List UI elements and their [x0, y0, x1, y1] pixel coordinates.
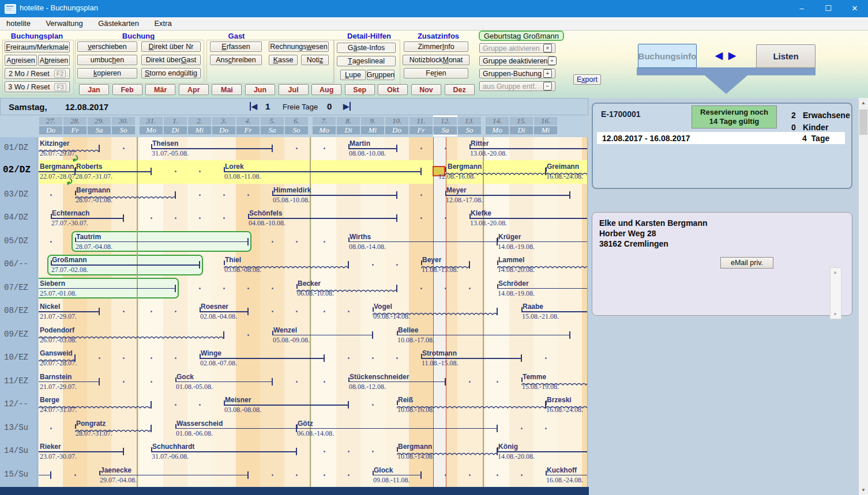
day-weekday-cell[interactable]: Sa: [434, 126, 457, 134]
scrollbar-thumb[interactable]: [859, 109, 867, 135]
room-label[interactable]: 05/DZ: [4, 236, 28, 245]
abreisen-button[interactable]: Abreisen: [38, 55, 70, 66]
booking-guest-name[interactable]: Götz: [298, 420, 313, 428]
anschreiben-button[interactable]: Anschreiben: [210, 55, 262, 65]
day-number-cell[interactable]: 5.: [261, 117, 284, 125]
day-weekday-cell[interactable]: Fr: [63, 126, 87, 134]
room-label[interactable]: 11/EZ: [4, 376, 28, 386]
freiraum-merkmale-button[interactable]: Freiraum/Merkmale: [5, 41, 70, 52]
room-label[interactable]: 03/DZ: [4, 190, 28, 199]
arrow-left-icon[interactable]: ◀: [715, 50, 723, 62]
storno-button[interactable]: Storno endgültig: [141, 68, 201, 78]
erfassen-button[interactable]: Erfassen: [210, 41, 262, 52]
room-label[interactable]: 12/--: [4, 399, 28, 409]
gruppe-deaktivieren-button[interactable]: Gruppe deaktivieren ÷: [479, 56, 555, 66]
booking-guest-name[interactable]: Wenzel: [273, 326, 297, 334]
umbuchen-button[interactable]: umbuchen: [77, 55, 137, 65]
day-weekday-cell[interactable]: Di: [510, 126, 533, 134]
booking-guest-name[interactable]: Bergmann: [448, 163, 482, 171]
zimmer-info-button[interactable]: Zimmer Info: [404, 41, 468, 52]
email-priv-button[interactable]: eMail priv.: [720, 257, 773, 269]
reset-2mo-button[interactable]: 2 Mo / Reset F2: [5, 68, 70, 79]
kasse-button[interactable]: Kasse: [269, 55, 298, 65]
booking-guest-name[interactable]: Schuchhardt: [152, 443, 194, 451]
lupe-button[interactable]: Lupe: [340, 70, 366, 80]
booking-guest-name[interactable]: Barnstein: [40, 373, 72, 381]
arrow-right-icon[interactable]: ▶: [728, 50, 736, 62]
booking-guest-name[interactable]: Lorek: [225, 163, 244, 171]
month-button-mär[interactable]: Mär: [145, 84, 175, 95]
day-number-cell[interactable]: 6.: [285, 117, 308, 125]
day-weekday-cell[interactable]: So: [112, 126, 135, 134]
day-number-cell[interactable]: 16.: [534, 117, 557, 125]
month-button-mai[interactable]: Mai: [212, 84, 242, 95]
room-label[interactable]: 06/--: [4, 259, 28, 269]
scroll-up-icon[interactable]: ▲: [831, 270, 840, 275]
booking-guest-name[interactable]: Wasserscheid: [176, 420, 223, 428]
booking-guest-name[interactable]: Gansweid: [40, 349, 73, 357]
booking-guest-name[interactable]: Strotmann: [422, 349, 457, 357]
room-label[interactable]: 04/DZ: [4, 213, 28, 222]
day-number-cell[interactable]: 1.: [164, 117, 187, 125]
day-weekday-cell[interactable]: Sa: [261, 126, 284, 134]
day-weekday-cell[interactable]: Do: [385, 126, 408, 134]
day-number-cell[interactable]: 7.: [313, 117, 336, 125]
menu-extra[interactable]: Extra: [148, 17, 178, 28]
month-button-aug[interactable]: Aug: [311, 84, 341, 95]
main-vertical-scrollbar[interactable]: ▲ ▼: [859, 98, 868, 495]
month-button-okt[interactable]: Okt: [378, 84, 408, 95]
booking-guest-name[interactable]: Wirths: [350, 233, 371, 241]
booking-guest-name[interactable]: Berge: [40, 396, 59, 404]
room-label[interactable]: 09/EZ: [4, 330, 28, 339]
day-number-cell[interactable]: 31.: [140, 117, 163, 125]
listen-button[interactable]: Listen: [756, 44, 816, 68]
aus-gruppe-entf-button[interactable]: aus Gruppe entf. −: [479, 81, 555, 91]
month-button-feb[interactable]: Feb: [112, 84, 142, 95]
kopieren-button[interactable]: kopieren: [77, 68, 137, 78]
booking-guest-name[interactable]: Siebern: [40, 279, 65, 288]
bottom-scrollbar[interactable]: [0, 487, 589, 495]
menu-hotelite[interactable]: hotelite: [0, 17, 37, 28]
gruppe-aktivieren-button[interactable]: Gruppe aktivieren ×: [479, 43, 555, 53]
booking-guest-name[interactable]: Krüger: [498, 233, 521, 241]
day-weekday-cell[interactable]: So: [458, 126, 481, 134]
day-number-cell[interactable]: 29.: [88, 117, 111, 125]
month-button-dez[interactable]: Dez: [445, 84, 475, 95]
room-label[interactable]: 02/DZ: [3, 165, 31, 175]
notiz-button[interactable]: Notiz: [301, 55, 329, 65]
scroll-down-icon[interactable]: ▼: [831, 312, 840, 317]
booking-guest-name[interactable]: Bergmann: [76, 186, 110, 194]
booking-guest-name[interactable]: König: [498, 443, 518, 451]
buchungsinfo-button[interactable]: Buchungsinfo: [638, 44, 697, 68]
booking-guest-name[interactable]: Rieker: [40, 443, 61, 451]
month-button-jan[interactable]: Jan: [79, 84, 109, 95]
room-label[interactable]: 14/Su: [4, 446, 28, 455]
booking-guest-name[interactable]: Schönfels: [249, 209, 282, 217]
day-number-cell[interactable]: 15.: [510, 117, 533, 125]
booking-guest-name[interactable]: Roberts: [76, 163, 102, 171]
day-weekday-cell[interactable]: Mo: [140, 126, 163, 134]
booking-guest-name[interactable]: Nickel: [40, 303, 60, 311]
booking-guest-name[interactable]: Schröder: [498, 279, 529, 288]
month-button-nov[interactable]: Nov: [411, 84, 441, 95]
room-label[interactable]: 01/DZ: [4, 143, 28, 152]
day-number-cell[interactable]: 11.: [409, 117, 433, 125]
booking-guest-name[interactable]: Roesner: [201, 303, 228, 311]
day-weekday-cell[interactable]: Di: [164, 126, 187, 134]
first-day-icon[interactable]: ◀: [250, 102, 257, 111]
booking-guest-name[interactable]: Podendorf: [40, 326, 74, 334]
month-button-jun[interactable]: Jun: [245, 84, 275, 95]
ferien-button[interactable]: Ferien: [404, 68, 468, 78]
booking-guest-name[interactable]: Gock: [176, 373, 194, 381]
day-weekday-cell[interactable]: Mo: [486, 126, 509, 134]
booking-guest-name[interactable]: Großmann: [52, 256, 87, 264]
day-number-cell[interactable]: 28.: [63, 117, 87, 125]
booking-guest-name[interactable]: Meyer: [446, 186, 467, 194]
day-weekday-cell[interactable]: Mo: [313, 126, 336, 134]
gaeste-infos-button[interactable]: Gäste-Infos: [337, 43, 396, 53]
day-weekday-cell[interactable]: So: [285, 126, 308, 134]
notizblock-monat-button[interactable]: Notizblock Monat: [403, 55, 469, 65]
day-weekday-cell[interactable]: Mi: [361, 126, 384, 134]
day-number-cell[interactable]: 30.: [112, 117, 135, 125]
day-number-cell[interactable]: 10.: [385, 117, 408, 125]
